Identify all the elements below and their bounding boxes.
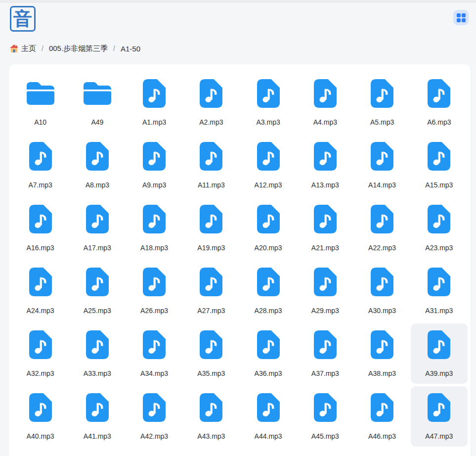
grid-item[interactable]: A30.mp3 <box>354 261 411 321</box>
grid-item[interactable]: A26.mp3 <box>126 261 183 321</box>
audio-file-icon <box>29 142 52 171</box>
grid-item[interactable]: A22.mp3 <box>354 198 411 258</box>
grid-item[interactable]: A24.mp3 <box>12 261 69 321</box>
audio-file-icon <box>314 205 337 233</box>
file-label: A25.mp3 <box>84 307 111 315</box>
icon-box <box>254 393 283 422</box>
audio-file-icon <box>143 79 166 108</box>
audio-file-icon <box>428 205 450 233</box>
grid-item[interactable]: A25.mp3 <box>69 261 126 321</box>
grid-item[interactable] <box>69 449 126 456</box>
file-label: A7.mp3 <box>29 181 52 189</box>
grid-item[interactable]: A40.mp3 <box>12 386 69 447</box>
grid-item[interactable]: A1.mp3 <box>126 72 183 133</box>
grid-item[interactable]: A13.mp3 <box>297 135 353 195</box>
grid-item[interactable]: A11.mp3 <box>183 135 240 195</box>
icon-box <box>26 393 55 422</box>
grid-item[interactable] <box>12 449 69 456</box>
audio-file-icon <box>29 205 52 233</box>
file-label: A37.mp3 <box>311 369 339 377</box>
icon-box <box>368 205 396 233</box>
audio-file-icon <box>200 268 222 296</box>
breadcrumb-home[interactable]: 主页 <box>21 44 36 53</box>
grid-item[interactable]: A28.mp3 <box>240 261 297 321</box>
grid-item[interactable]: A4.mp3 <box>297 72 353 133</box>
audio-file-icon <box>371 393 393 422</box>
grid-item[interactable]: A8.mp3 <box>69 135 126 195</box>
grid-item[interactable]: A29.mp3 <box>297 261 353 321</box>
grid-item[interactable]: A31.mp3 <box>411 261 468 321</box>
grid-item[interactable]: A45.mp3 <box>297 386 353 447</box>
grid-item[interactable]: A34.mp3 <box>126 323 183 384</box>
audio-file-icon <box>314 79 337 108</box>
app-logo[interactable]: 音 <box>10 6 36 32</box>
grid-item[interactable]: A19.mp3 <box>183 198 240 258</box>
grid-item[interactable]: A20.mp3 <box>240 198 297 258</box>
home-icon <box>10 45 18 52</box>
audio-file-icon <box>371 79 393 108</box>
icon-box <box>197 79 225 108</box>
file-label: A29.mp3 <box>311 307 339 315</box>
audio-file-icon <box>29 393 52 422</box>
grid-view-button[interactable] <box>453 10 469 25</box>
grid-item[interactable]: A39.mp3 <box>411 323 468 384</box>
grid-item[interactable]: A7.mp3 <box>12 135 69 195</box>
grid-item[interactable]: A15.mp3 <box>411 135 468 195</box>
audio-file-icon <box>29 330 52 359</box>
grid-item[interactable]: A44.mp3 <box>240 386 297 447</box>
file-label: A31.mp3 <box>425 307 453 315</box>
file-label: A35.mp3 <box>197 369 225 377</box>
file-label: A44.mp3 <box>255 432 282 440</box>
grid-item[interactable]: A38.mp3 <box>354 323 411 384</box>
grid-item[interactable]: A14.mp3 <box>354 135 411 195</box>
file-label: A28.mp3 <box>255 307 282 315</box>
grid-item[interactable]: A23.mp3 <box>411 198 468 258</box>
grid-item[interactable]: A43.mp3 <box>183 386 240 447</box>
file-label: A19.mp3 <box>197 244 225 252</box>
breadcrumb-folder[interactable]: 005.步非烟第三季 <box>49 44 108 53</box>
grid-item[interactable]: A32.mp3 <box>12 323 69 384</box>
icon-box <box>311 142 340 171</box>
file-label: A10 <box>34 118 46 126</box>
file-label: A9.mp3 <box>142 181 166 189</box>
grid-item[interactable]: A37.mp3 <box>297 323 353 384</box>
icon-box <box>368 142 396 171</box>
grid-item[interactable]: A27.mp3 <box>183 261 240 321</box>
grid-item[interactable]: A47.mp3 <box>411 386 468 447</box>
grid-item[interactable]: A6.mp3 <box>411 72 468 133</box>
grid-item[interactable]: A21.mp3 <box>297 198 353 258</box>
grid-item[interactable]: A17.mp3 <box>69 198 126 258</box>
icon-box <box>311 79 340 108</box>
icon-box <box>254 79 283 108</box>
grid-item[interactable]: A49 <box>69 72 126 133</box>
grid-item[interactable]: A41.mp3 <box>69 386 126 447</box>
grid-item[interactable]: A10 <box>12 72 69 133</box>
file-label: A26.mp3 <box>140 307 168 315</box>
icon-box <box>83 142 112 171</box>
grid-item[interactable]: A12.mp3 <box>240 135 297 195</box>
grid-item[interactable]: A46.mp3 <box>354 386 411 447</box>
audio-file-icon <box>143 393 166 422</box>
grid-item[interactable]: A9.mp3 <box>126 135 183 195</box>
grid-item[interactable]: A33.mp3 <box>69 323 126 384</box>
icon-box <box>197 205 225 233</box>
icon-box <box>254 142 283 171</box>
file-label: A4.mp3 <box>313 118 337 126</box>
grid-item[interactable]: A42.mp3 <box>126 386 183 447</box>
file-label: A47.mp3 <box>425 432 453 440</box>
grid-item[interactable]: A35.mp3 <box>183 323 240 384</box>
folder-icon <box>84 82 111 105</box>
audio-file-icon <box>428 393 450 422</box>
audio-file-icon <box>371 142 393 171</box>
grid-item[interactable]: A2.mp3 <box>183 72 240 133</box>
grid-item[interactable]: A18.mp3 <box>126 198 183 258</box>
audio-file-icon <box>86 268 109 296</box>
icon-box <box>368 330 396 359</box>
icon-box <box>26 268 55 296</box>
grid-item[interactable]: A5.mp3 <box>354 72 411 133</box>
grid-item[interactable]: A36.mp3 <box>240 323 297 384</box>
file-label: A3.mp3 <box>257 118 280 126</box>
grid-item[interactable]: A16.mp3 <box>12 198 69 258</box>
file-label: A12.mp3 <box>255 181 282 189</box>
grid-item[interactable]: A3.mp3 <box>240 72 297 133</box>
